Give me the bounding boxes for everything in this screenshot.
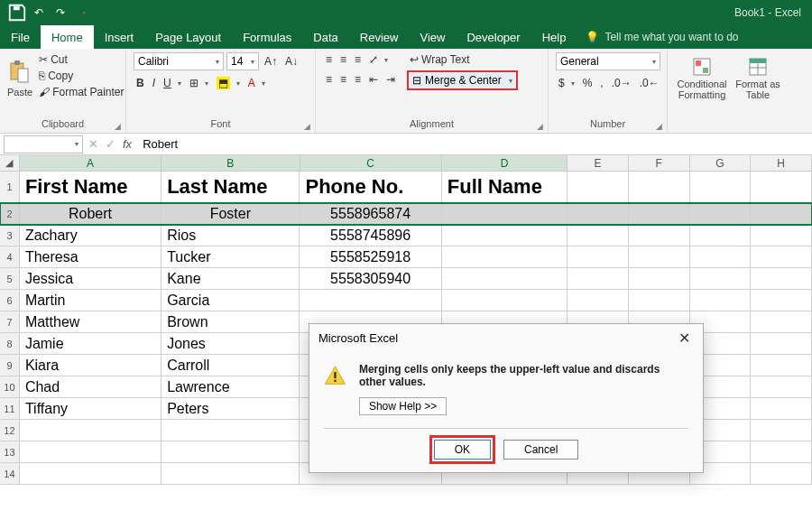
cell[interactable] xyxy=(690,225,752,246)
tell-me[interactable]: 💡 Tell me what you want to do xyxy=(586,31,738,43)
cell[interactable]: Phone No. xyxy=(300,172,441,202)
select-all-corner[interactable]: ◢ xyxy=(0,155,20,171)
row-header[interactable]: 9 xyxy=(0,355,20,376)
cell[interactable] xyxy=(629,268,690,289)
cell[interactable] xyxy=(751,463,812,484)
underline-button[interactable]: U▾ xyxy=(161,76,184,90)
cell[interactable] xyxy=(629,246,690,267)
cell[interactable] xyxy=(20,420,161,441)
cell[interactable] xyxy=(629,203,690,224)
row-header[interactable]: 2 xyxy=(0,203,20,224)
cell[interactable] xyxy=(629,290,690,311)
tab-developer[interactable]: Developer xyxy=(456,25,531,49)
show-help-button[interactable]: Show Help >> xyxy=(359,397,447,415)
cell[interactable] xyxy=(690,290,752,311)
cell[interactable]: Last Name xyxy=(161,172,300,202)
formula-input[interactable] xyxy=(139,137,812,151)
cell[interactable]: Zachary xyxy=(20,225,161,246)
cell[interactable] xyxy=(442,246,567,267)
cell[interactable] xyxy=(442,203,567,224)
cell[interactable]: Brown xyxy=(161,311,300,332)
cell[interactable]: Full Name xyxy=(442,172,567,202)
cell[interactable] xyxy=(751,376,812,397)
tab-data[interactable]: Data xyxy=(302,25,348,49)
cell[interactable] xyxy=(751,355,812,376)
cell[interactable] xyxy=(751,290,812,311)
close-icon[interactable]: ✕ xyxy=(675,330,694,347)
cell[interactable] xyxy=(629,172,690,202)
cell[interactable] xyxy=(751,333,812,354)
copy-button[interactable]: ⎘Copy xyxy=(36,69,126,83)
undo-icon[interactable]: ↶ xyxy=(29,3,49,23)
redo-icon[interactable]: ↷ xyxy=(51,3,70,23)
percent-icon[interactable]: % xyxy=(580,76,595,90)
alignment-launcher-icon[interactable]: ◢ xyxy=(537,122,546,131)
row-header[interactable]: 5 xyxy=(0,268,20,289)
row-header[interactable]: 8 xyxy=(0,333,20,354)
cell[interactable]: Robert xyxy=(20,203,161,224)
cell[interactable] xyxy=(567,290,629,311)
cell[interactable] xyxy=(567,246,629,267)
cell[interactable]: Carroll xyxy=(161,355,300,376)
decrease-indent-icon[interactable]: ⇤ xyxy=(366,72,381,87)
qat-more-icon[interactable]: ▾ xyxy=(72,3,92,23)
row-header[interactable]: 12 xyxy=(0,420,20,441)
cut-button[interactable]: ✂Cut xyxy=(36,52,126,67)
increase-font-icon[interactable]: A↑ xyxy=(262,54,280,69)
cell[interactable]: Jessica xyxy=(20,268,161,289)
cell[interactable] xyxy=(442,268,567,289)
row-header[interactable]: 14 xyxy=(0,463,20,484)
cell[interactable]: Kiara xyxy=(20,355,161,376)
row-header[interactable]: 10 xyxy=(0,376,20,397)
number-launcher-icon[interactable]: ◢ xyxy=(656,122,665,131)
tab-formulas[interactable]: Formulas xyxy=(232,25,302,49)
cell[interactable]: Theresa xyxy=(20,246,161,267)
font-size-select[interactable]: 14▾ xyxy=(226,52,259,70)
cell[interactable] xyxy=(690,172,752,202)
bold-button[interactable]: B xyxy=(134,76,147,90)
row-header[interactable]: 1 xyxy=(0,172,20,202)
cell[interactable] xyxy=(567,172,629,202)
align-left-icon[interactable]: ≡ xyxy=(323,72,335,87)
cell[interactable] xyxy=(300,290,441,311)
align-bottom-icon[interactable]: ≡ xyxy=(352,52,364,67)
row-header[interactable]: 7 xyxy=(0,311,20,332)
cell[interactable] xyxy=(567,225,629,246)
borders-button[interactable]: ⊞▾ xyxy=(187,76,211,90)
row-header[interactable]: 11 xyxy=(0,398,20,419)
cell[interactable]: Garcia xyxy=(161,290,300,311)
cell[interactable] xyxy=(690,246,752,267)
align-middle-icon[interactable]: ≡ xyxy=(337,52,349,67)
increase-indent-icon[interactable]: ⇥ xyxy=(383,72,398,87)
cell[interactable] xyxy=(567,203,629,224)
font-color-button[interactable]: A▾ xyxy=(245,76,268,90)
cell[interactable] xyxy=(20,463,161,484)
font-launcher-icon[interactable]: ◢ xyxy=(304,122,313,131)
cell[interactable]: Foster xyxy=(161,203,300,224)
cell[interactable]: Lawrence xyxy=(161,376,300,397)
enter-formula-icon[interactable]: ✓ xyxy=(106,137,115,151)
cell[interactable] xyxy=(161,420,300,441)
number-format-select[interactable]: General▾ xyxy=(556,52,660,70)
col-header-h[interactable]: H xyxy=(751,155,812,171)
decrease-decimal-icon[interactable]: .0← xyxy=(637,76,662,90)
cell[interactable] xyxy=(751,225,812,246)
tab-file[interactable]: File xyxy=(0,25,41,49)
cell[interactable] xyxy=(567,268,629,289)
paste-button[interactable]: Paste xyxy=(7,52,32,105)
italic-button[interactable]: I xyxy=(150,76,158,90)
cell[interactable]: 5558305940 xyxy=(300,268,441,289)
col-header-e[interactable]: E xyxy=(567,155,629,171)
format-as-table-button[interactable]: Format as Table xyxy=(733,52,783,105)
orientation-icon[interactable]: ⤢▾ xyxy=(366,52,391,67)
cell[interactable]: Jones xyxy=(161,333,300,354)
col-header-c[interactable]: C xyxy=(300,155,442,171)
col-header-d[interactable]: D xyxy=(442,155,567,171)
tab-help[interactable]: Help xyxy=(531,25,577,49)
cell[interactable] xyxy=(751,268,812,289)
row-header[interactable]: 13 xyxy=(0,441,20,462)
cell[interactable]: Peters xyxy=(161,398,300,419)
tab-page-layout[interactable]: Page Layout xyxy=(144,25,232,49)
cell[interactable] xyxy=(751,172,812,202)
col-header-g[interactable]: G xyxy=(690,155,752,171)
